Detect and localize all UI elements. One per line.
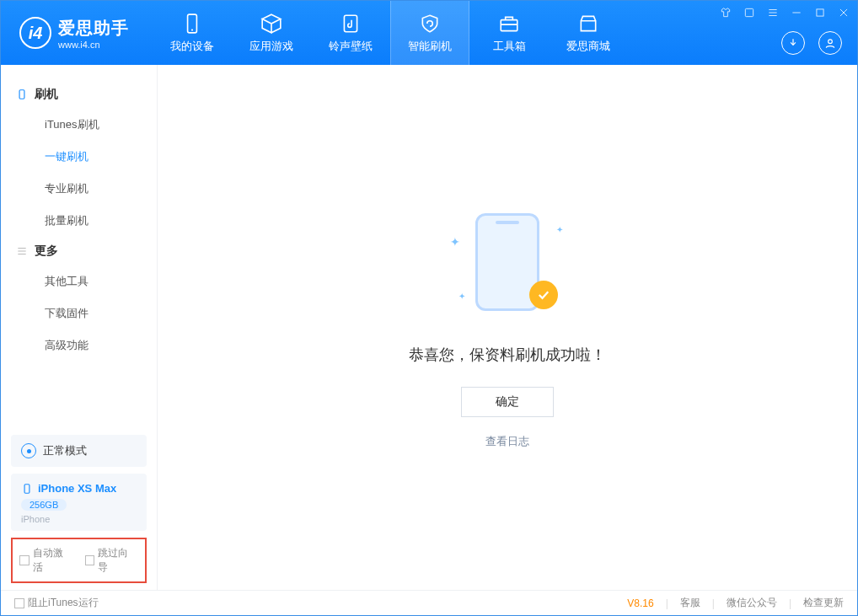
check-update-link[interactable]: 检查更新 <box>803 596 844 610</box>
separator: | <box>666 597 668 609</box>
app-subtitle: www.i4.cn <box>58 40 129 50</box>
feedback-icon[interactable] <box>743 6 756 19</box>
separator: | <box>789 597 791 609</box>
storage-badge: 256GB <box>21 499 67 511</box>
device-name: iPhone XS Max <box>38 482 116 495</box>
account-button[interactable] <box>818 31 842 55</box>
sidebar-item-other-tools[interactable]: 其他工具 <box>1 265 157 297</box>
sidebar-item-batch-flash[interactable]: 批量刷机 <box>1 205 157 237</box>
svg-point-4 <box>829 40 833 44</box>
device-mode-card[interactable]: 正常模式 <box>11 435 147 467</box>
tab-toolbox[interactable]: 工具箱 <box>469 1 549 65</box>
flash-options-highlight: 自动激活 跳过向导 <box>11 538 147 583</box>
device-card[interactable]: iPhone XS Max 256GB iPhone <box>11 474 147 531</box>
main-tabs: 我的设备 应用游戏 铃声壁纸 智能刷机 工具箱 爱思商城 <box>153 1 628 65</box>
svg-rect-3 <box>501 20 517 31</box>
close-button[interactable] <box>837 6 850 19</box>
shop-icon <box>576 12 600 35</box>
minimize-button[interactable] <box>790 6 803 19</box>
tab-label: 爱思商城 <box>566 39 610 54</box>
success-illustration: ✦ ✦ ✦ <box>448 206 566 324</box>
sparkle-icon: ✦ <box>450 235 460 249</box>
svg-rect-8 <box>24 484 29 493</box>
checkbox-box-icon <box>14 598 24 608</box>
customer-service-link[interactable]: 客服 <box>680 596 700 610</box>
window-controls <box>719 6 850 19</box>
view-log-link[interactable]: 查看日志 <box>485 434 529 449</box>
refresh-shield-icon <box>418 12 442 35</box>
check-badge-icon <box>529 281 558 309</box>
tab-my-device[interactable]: 我的设备 <box>153 1 232 65</box>
sidebar-item-advanced[interactable]: 高级功能 <box>1 329 157 362</box>
tab-store[interactable]: 爱思商城 <box>549 1 628 65</box>
app-header: i4 爱思助手 www.i4.cn 我的设备 应用游戏 铃声壁纸 智能刷机 工具… <box>1 1 857 65</box>
tab-ringtone-wallpaper[interactable]: 铃声壁纸 <box>311 1 390 65</box>
checkbox-box-icon <box>19 555 29 565</box>
svg-point-1 <box>191 29 193 31</box>
music-note-icon <box>339 12 362 35</box>
sidebar: 刷机 iTunes刷机 一键刷机 专业刷机 批量刷机 更多 其他工具 下载固件 … <box>1 65 158 590</box>
sidebar-group-more: 更多 <box>1 237 157 265</box>
tab-smart-flash[interactable]: 智能刷机 <box>390 1 469 65</box>
device-name-row: iPhone XS Max <box>21 482 137 495</box>
separator: | <box>712 597 715 609</box>
checkbox-block-itunes[interactable]: 阻止iTunes运行 <box>14 596 99 610</box>
logo-text: 爱思助手 www.i4.cn <box>58 17 129 50</box>
phone-icon <box>180 12 204 35</box>
tab-label: 工具箱 <box>493 39 526 54</box>
menu-icon[interactable] <box>766 6 780 19</box>
body: 刷机 iTunes刷机 一键刷机 专业刷机 批量刷机 更多 其他工具 下载固件 … <box>1 65 857 590</box>
sidebar-item-download-firmware[interactable]: 下载固件 <box>1 297 157 329</box>
svg-rect-7 <box>19 90 24 99</box>
sidebar-item-pro-flash[interactable]: 专业刷机 <box>1 173 157 205</box>
checkbox-label: 阻止iTunes运行 <box>28 596 99 610</box>
svg-rect-6 <box>817 9 823 16</box>
checkbox-box-icon <box>85 555 95 565</box>
main-content: ✦ ✦ ✦ 恭喜您，保资料刷机成功啦！ 确定 查看日志 <box>158 65 857 590</box>
checkbox-label: 自动激活 <box>33 546 73 575</box>
sidebar-bottom: 正常模式 iPhone XS Max 256GB iPhone 自动激活 跳过向… <box>1 428 157 590</box>
footer-right: V8.16 | 客服 | 微信公众号 | 检查更新 <box>627 596 844 610</box>
ok-button[interactable]: 确定 <box>461 387 554 417</box>
mode-dot-icon <box>21 443 36 458</box>
group-label: 刷机 <box>35 87 58 102</box>
sidebar-group-flash: 刷机 <box>1 80 157 109</box>
wechat-link[interactable]: 微信公众号 <box>727 596 777 610</box>
device-phone-icon <box>21 483 33 495</box>
sparkle-icon: ✦ <box>556 225 563 234</box>
sparkle-icon: ✦ <box>458 292 465 301</box>
tab-label: 智能刷机 <box>408 39 452 54</box>
group-label: 更多 <box>35 244 58 259</box>
download-button[interactable] <box>781 31 805 55</box>
svg-rect-2 <box>344 15 357 32</box>
checkbox-label: 跳过向导 <box>98 546 138 575</box>
app-logo-icon: i4 <box>19 17 51 49</box>
checkbox-skip-guide[interactable]: 跳过向导 <box>85 546 139 575</box>
svg-rect-5 <box>745 8 753 16</box>
list-icon <box>16 245 28 257</box>
logo-section: i4 爱思助手 www.i4.cn <box>1 17 147 50</box>
maximize-button[interactable] <box>813 6 827 19</box>
tab-label: 铃声壁纸 <box>329 39 373 54</box>
device-type: iPhone <box>21 514 137 524</box>
success-message: 恭喜您，保资料刷机成功啦！ <box>409 345 606 365</box>
status-bar: 阻止iTunes运行 V8.16 | 客服 | 微信公众号 | 检查更新 <box>1 590 857 615</box>
cube-icon <box>260 12 283 35</box>
tab-apps-games[interactable]: 应用游戏 <box>232 1 311 65</box>
checkbox-auto-activate[interactable]: 自动激活 <box>19 546 73 575</box>
header-right-icons <box>781 31 842 55</box>
tab-label: 应用游戏 <box>249 39 293 54</box>
phone-small-icon <box>16 88 28 100</box>
toolbox-icon <box>497 12 521 35</box>
tab-label: 我的设备 <box>170 39 214 54</box>
sidebar-item-itunes-flash[interactable]: iTunes刷机 <box>1 109 157 141</box>
app-title: 爱思助手 <box>58 17 129 40</box>
skin-icon[interactable] <box>719 6 732 19</box>
version-label: V8.16 <box>627 597 653 609</box>
sidebar-item-onekey-flash[interactable]: 一键刷机 <box>1 141 157 173</box>
mode-label: 正常模式 <box>43 443 87 458</box>
